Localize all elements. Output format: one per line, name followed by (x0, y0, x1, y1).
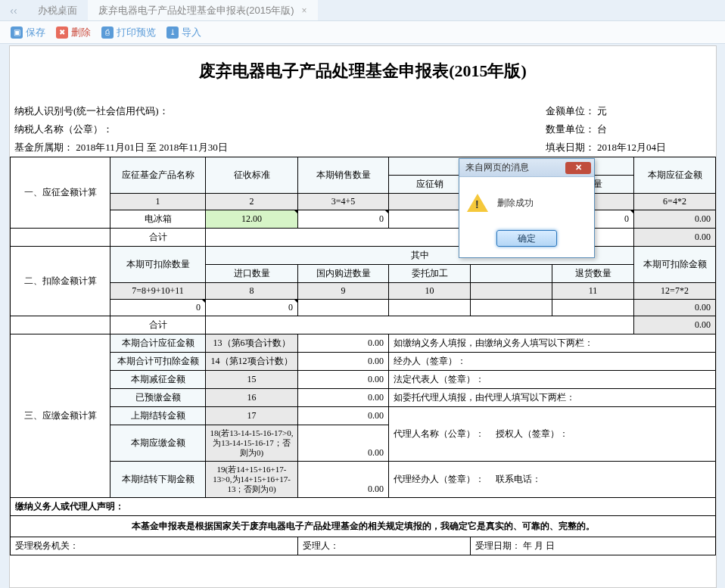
sec2-r1-c10[interactable] (389, 300, 471, 316)
fill-date-label: 填表日期： (546, 142, 595, 153)
sec3-right-6b: 联系电话： (496, 474, 541, 484)
delete-button[interactable]: ✖ 删除 (56, 26, 91, 39)
sec2-r1-c9[interactable] (298, 300, 389, 316)
main-table: 一、应征金额计算 应征基金产品名称 征收标准 本期销售数量 其中 本期应征金额 … (10, 157, 716, 555)
warning-icon (467, 194, 488, 212)
fund-period-label: 基金所属期： (14, 142, 73, 153)
sec3-l5-val: 0.00 (298, 425, 389, 462)
sec3-l3-name: 已预缴金额 (110, 389, 206, 407)
sec1-r2-pad (11, 229, 110, 247)
sec1-col-3: 3=4+5 (298, 194, 389, 210)
sec3-l1-val: 0.00 (298, 353, 389, 371)
sec2-col-12: 12=7*2 (634, 283, 716, 300)
footer-right: 受理日期： 年 月 日 (471, 537, 716, 555)
form-scroll[interactable]: 废弃电器电子产品处理基金申报表(2015年版) 纳税人识别号(统一社会信用代码)… (10, 46, 716, 587)
declaration-heading: 缴纳义务人或代理人声明： (11, 498, 716, 516)
sec3-right-6a: 代理经办人（签章）： (394, 474, 484, 484)
sec3-right-5a: 代理人名称（公章）： (394, 428, 484, 439)
sec3-right-3: 法定代表人（签章）： (389, 371, 716, 389)
sec2-r1-c11[interactable] (552, 300, 634, 316)
sec2-h-amount: 本期可扣除金额 (634, 247, 716, 283)
sec2-h-blank (471, 265, 552, 283)
qty-unit-label: 数量单位： (546, 123, 595, 135)
fill-date-value: 2018年12月04日 (597, 142, 666, 153)
sec2-label: 二、扣除金额计算 (11, 247, 110, 316)
tab-desktop[interactable]: 办税桌面 (27, 0, 88, 20)
sec3-l0-name: 本期合计应征金额 (110, 334, 206, 353)
print-label: 打印预览 (117, 26, 156, 39)
save-label: 保存 (26, 26, 45, 39)
sec2-h-import: 进口数量 (206, 265, 298, 283)
fund-period-value: 2018年11月01日 至 2018年11月30日 (76, 142, 228, 153)
dialog-title: 来自网页的消息 (465, 161, 529, 174)
sec1-r2-product: 合计 (110, 229, 206, 247)
sec2-r1-c8[interactable]: 0 (206, 300, 298, 316)
tab-close-icon[interactable]: × (302, 5, 307, 16)
dialog-message: 删除成功 (497, 197, 534, 210)
sec1-r1-standard[interactable]: 12.00 (206, 210, 298, 229)
toolbar: ▣ 保存 ✖ 删除 ⎙ 打印预览 ⤓ 导入 (0, 21, 725, 44)
declaration-body: 本基金申报表是根据国家关于废弃电器电子产品处理基金的相关规定填报的，我确定它是真… (11, 516, 716, 537)
sec2-col-7: 7=8+9+10+11 (110, 283, 206, 300)
sec1-col-2: 2 (206, 194, 298, 210)
sec1-label: 一、应征金额计算 (11, 157, 110, 229)
sec3-l2-rule: 15 (206, 371, 298, 389)
sec3-label: 三、应缴金额计算 (11, 334, 110, 498)
sec3-l4-val: 0.00 (298, 407, 389, 425)
sec2-r1-c10b[interactable] (471, 300, 552, 316)
sec3-l5-rule: 18(若13-14-15-16-17>0, 为13-14-15-16-17；否则… (206, 425, 298, 462)
save-button[interactable]: ▣ 保存 (11, 26, 45, 39)
sec1-h-standard: 征收标准 (206, 157, 298, 194)
sec2-r2-c12: 0.00 (634, 316, 716, 334)
tab-form[interactable]: 废弃电器电子产品处理基金申报表(2015年版) × (88, 0, 318, 20)
qty-unit-value: 台 (597, 123, 607, 135)
tab-form-label: 废弃电器电子产品处理基金申报表(2015年版) (98, 4, 294, 17)
sec2-h-domestic: 国内购进数量 (298, 265, 389, 283)
sec3-l5-name: 本期应缴金额 (110, 425, 206, 462)
delete-icon: ✖ (56, 26, 68, 39)
money-unit-value: 元 (597, 105, 607, 117)
message-dialog: 来自网页的消息 ✕ 删除成功 确定 (459, 158, 595, 258)
sec2-r2-pad (11, 316, 110, 334)
sec3-l6-val: 0.00 (298, 462, 389, 498)
dialog-ok-button[interactable]: 确定 (496, 230, 557, 247)
sec3-right-2: 经办人（签章）： (389, 353, 716, 371)
sec1-col-6: 6=4*2 (634, 194, 716, 210)
sec3-right-6: 代理经办人（签章）： 联系电话： (389, 462, 716, 498)
footer-mid: 受理人： (298, 537, 471, 555)
sec2-col-10b (471, 283, 552, 300)
footer-left: 受理税务机关： (11, 537, 298, 555)
sec3-right-4: 如委托代理人填报，由代理人填写以下两栏： (389, 389, 716, 407)
sec3-right-5: 代理人名称（公章）： 授权人（签章）： (389, 407, 716, 462)
sec2-col-8: 8 (206, 283, 298, 300)
sec3-l2-val: 0.00 (298, 371, 389, 389)
sec3-l1-rule: 14（第12项合计数） (206, 353, 298, 371)
import-button[interactable]: ⤓ 导入 (166, 26, 201, 39)
sec1-r1-product: 电冰箱 (110, 210, 206, 229)
sec3-l4-rule: 17 (206, 407, 298, 425)
taxpayer-name-label: 纳税人名称（公章）： (14, 120, 228, 138)
sec2-h-return: 退货数量 (552, 265, 634, 283)
dialog-close-icon[interactable]: ✕ (565, 162, 591, 174)
sec2-r1-c7[interactable]: 0 (110, 300, 206, 316)
sec1-r1-c3[interactable]: 0 (298, 210, 389, 229)
tab-bar: ‹‹ 办税桌面 废弃电器电子产品处理基金申报表(2015年版) × (0, 0, 725, 21)
form-page: 废弃电器电子产品处理基金申报表(2015年版) 纳税人识别号(统一社会信用代码)… (9, 45, 717, 588)
print-button[interactable]: ⎙ 打印预览 (101, 26, 156, 39)
taxpayer-id-label: 纳税人识别号(统一社会信用代码)： (14, 102, 228, 120)
sec2-h-deduct: 本期可扣除数量 (110, 247, 206, 283)
sec1-r2-c6: 0.00 (634, 229, 716, 247)
save-icon: ▣ (11, 26, 23, 39)
sec3-l0-rule: 13（第6项合计数） (206, 334, 298, 353)
sec3-l3-val: 0.00 (298, 389, 389, 407)
sec3-l2-name: 本期减征金额 (110, 371, 206, 389)
meta-block: 纳税人识别号(统一社会信用代码)： 纳税人名称（公章）： 基金所属期： 2018… (10, 102, 716, 157)
sec3-l3-rule: 16 (206, 389, 298, 407)
sec1-col-1: 1 (110, 194, 206, 210)
sec1-h-saleqty: 本期销售数量 (298, 157, 389, 194)
sec2-col-11: 11 (552, 283, 634, 300)
sec1-r1-c6: 0.00 (634, 210, 716, 229)
tabs-back-icon[interactable]: ‹‹ (0, 0, 27, 20)
sec1-h-amount: 本期应征金额 (634, 157, 716, 194)
sec2-col-10: 10 (389, 283, 471, 300)
